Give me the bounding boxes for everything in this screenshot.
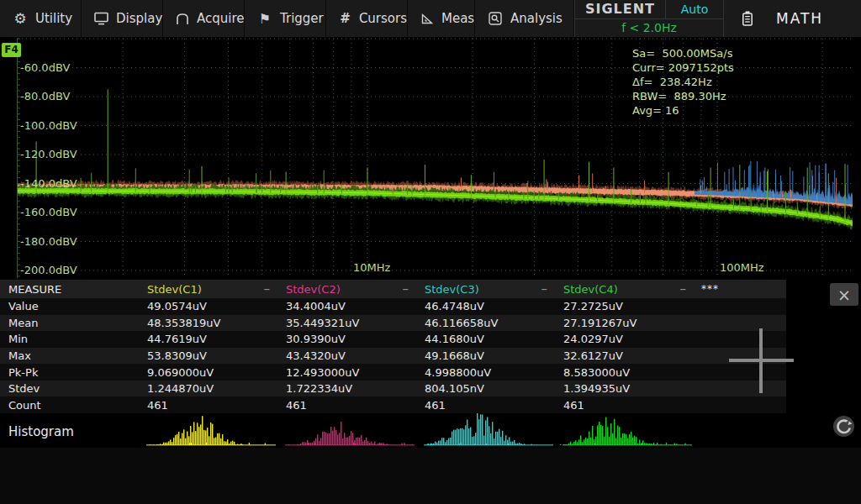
menu-item-label: Meas <box>441 11 474 26</box>
flag-icon: ⚑ <box>257 11 272 27</box>
menubar: ⚙UtilityDisplayAcquire⚑Trigger#CursorsMe… <box>0 0 861 37</box>
fft-info-line: Avg= 16 <box>632 103 734 118</box>
y-axis-label: -60.0dBV <box>20 61 70 74</box>
math-icon <box>742 11 753 26</box>
display-icon <box>94 12 108 25</box>
cursors-icon: # <box>339 11 351 26</box>
measure-row-value: Value49.0574uV34.4004uV46.4748uV27.2725u… <box>0 298 786 315</box>
menu-item-utility[interactable]: ⚙Utility <box>0 0 82 37</box>
menu-item-meas[interactable]: Meas <box>408 0 475 37</box>
measure-column-header: Stdev(C2) – <box>282 281 420 297</box>
y-axis-label: -200.0dBV <box>20 264 77 276</box>
measure-value: 1.244870uV <box>143 382 282 395</box>
menu-item-label: Analysis <box>510 11 563 26</box>
menu-item-cursors[interactable]: #Cursors <box>326 0 408 37</box>
menu-item-label: Acquire <box>197 11 245 26</box>
meas-icon <box>420 13 434 25</box>
fft-info-line: RBW= 889.30Hz <box>632 89 734 103</box>
fft-info-line: Δf= 238.42Hz <box>632 75 734 89</box>
remove-measure-button[interactable]: – <box>541 281 560 297</box>
status-cluster[interactable]: SIGLENT Auto f < 2.0Hz <box>574 0 724 37</box>
measure-value: 9.069000uV <box>143 366 282 379</box>
menu-item-label: Display <box>116 11 162 26</box>
measure-extra-column: *** <box>698 283 786 295</box>
trigger-frequency-readout: f < 2.0Hz <box>575 19 723 38</box>
measure-row-label: Stdev <box>0 382 143 395</box>
measure-row-max: Max53.8309uV43.4320uV49.1668uV32.6127uV <box>0 348 786 365</box>
measure-value: 46.4748uV <box>420 300 559 312</box>
y-axis-label: -180.0dBV <box>20 235 77 248</box>
measure-row-min: Min44.7619uV30.9390uV44.1680uV24.0297uV <box>0 331 786 348</box>
fft-info-readout: Sa= 500.00MSa/sCurr= 2097152ptsΔf= 238.4… <box>632 46 734 118</box>
y-axis-label: -100.0dBV <box>20 119 77 132</box>
measure-value: 46.116658uV <box>420 317 559 329</box>
acquisition-mode-badge: Auto <box>666 0 723 18</box>
histogram-label: Histogram <box>8 424 74 439</box>
y-axis-label: -120.0dBV <box>20 148 77 160</box>
measure-value: 4.998800uV <box>420 366 559 379</box>
measure-value: 1.722334uV <box>282 382 420 395</box>
measure-value: 35.449321uV <box>282 317 420 329</box>
measure-column-label: Stdev(C1) <box>147 283 202 296</box>
math-label: MATH <box>776 10 823 27</box>
measure-column-header: Stdev(C1) – <box>143 281 282 297</box>
measure-value: 44.7619uV <box>143 333 282 345</box>
status-top: SIGLENT Auto <box>575 0 723 19</box>
remove-measure-button[interactable]: – <box>403 281 421 297</box>
measure-column-header: Stdev(C3) – <box>420 281 559 297</box>
menu-item-trigger[interactable]: ⚑Trigger <box>245 0 326 37</box>
measure-value: 12.493000uV <box>282 366 420 379</box>
remove-measure-button[interactable]: – <box>680 281 699 297</box>
measure-column-label: Stdev(C2) <box>286 283 341 296</box>
menu-item-label: Trigger <box>280 11 324 26</box>
measure-value: 48.353819uV <box>143 317 282 329</box>
y-axis-label: -80.0dBV <box>20 90 70 102</box>
gear-icon: ⚙ <box>13 10 28 27</box>
fft-info-line: Sa= 500.00MSa/s <box>632 46 734 60</box>
measure-value: 49.0574uV <box>143 300 282 312</box>
menu-item-acquire[interactable]: Acquire <box>163 0 245 37</box>
measure-table-header: MEASURE Stdev(C1) – Stdev(C2) – Stdev(C3… <box>0 280 786 298</box>
measure-value: 53.8309uV <box>143 349 282 362</box>
measure-column-label: Stdev(C4) <box>563 283 618 296</box>
measure-value: 34.4004uV <box>282 300 420 312</box>
active-trace-badge[interactable]: F4 <box>2 43 21 57</box>
analysis-icon <box>488 12 503 25</box>
menu-items: ⚙UtilityDisplayAcquire⚑Trigger#CursorsMe… <box>0 0 574 37</box>
measure-value: 49.1668uV <box>420 349 559 362</box>
measure-value: 27.191267uV <box>559 317 698 329</box>
measure-value: 43.4320uV <box>282 349 420 362</box>
measure-table: MEASURE Stdev(C1) – Stdev(C2) – Stdev(C3… <box>0 280 786 413</box>
measure-row-mean: Mean48.353819uV35.449321uV46.116658uV27.… <box>0 315 786 332</box>
measure-value: 30.9390uV <box>282 333 420 345</box>
close-icon[interactable]: × <box>830 283 858 306</box>
measure-value: 24.0297uV <box>559 333 698 345</box>
measure-row-label: Pk-Pk <box>0 366 143 379</box>
x-axis-label-10mhz: 10MHz <box>353 261 390 274</box>
measure-column-header: Stdev(C4) – <box>559 281 698 297</box>
measure-row-label: Count <box>0 399 143 412</box>
menu-item-label: Utility <box>35 11 72 26</box>
bottom-status-bar: C4 DC1M 1X 1.00mV/ 20M 0.00V F1 FFT(C1) … <box>0 448 861 504</box>
measure-value: 1.394935uV <box>559 382 698 395</box>
acquire-icon <box>176 13 189 25</box>
math-menu-button[interactable]: MATH <box>724 0 861 37</box>
oscilloscope-screen: ⚙UtilityDisplayAcquire⚑Trigger#CursorsMe… <box>0 0 861 504</box>
measure-value: 461 <box>420 399 559 412</box>
menu-item-analysis[interactable]: Analysis <box>475 0 574 37</box>
measure-value: 461 <box>559 399 698 412</box>
menu-item-label: Cursors <box>359 11 407 26</box>
y-axis-label: -140.0dBV <box>20 177 77 190</box>
crosshair-handle[interactable] <box>759 328 763 393</box>
measure-row-label: Max <box>0 349 143 362</box>
menu-item-display[interactable]: Display <box>82 0 163 37</box>
y-axis-label: -160.0dBV <box>20 206 77 218</box>
remove-measure-button[interactable]: – <box>264 281 283 297</box>
measure-value: 8.583000uV <box>559 366 698 379</box>
measure-column-label: Stdev(C3) <box>425 283 479 296</box>
measure-section: MEASURE Stdev(C1) – Stdev(C2) – Stdev(C3… <box>0 280 861 413</box>
brand-logo: SIGLENT <box>575 0 666 18</box>
measure-value: 32.6127uV <box>559 349 698 362</box>
measure-value: 44.1680uV <box>420 333 559 345</box>
refresh-circle-icon[interactable] <box>832 414 856 438</box>
